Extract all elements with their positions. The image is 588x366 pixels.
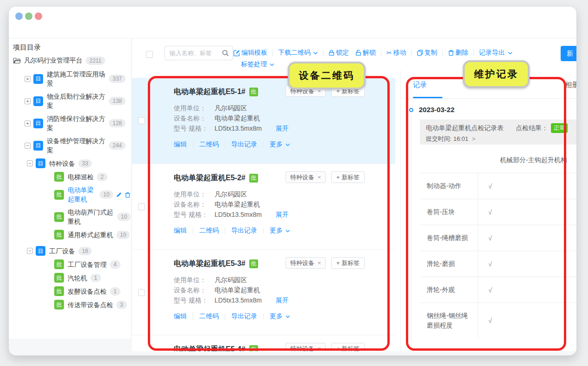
sidebar-item[interactable]: −目特种设备33 (13, 158, 131, 168)
item-count-badge: 10 (117, 213, 131, 221)
expand-link[interactable]: 展开 (276, 297, 289, 304)
tree-expand-toggle[interactable]: + (25, 76, 31, 82)
card-fields: 使用单位：凡尔码园区设备名称：电动单梁起重机型号 规格：LD5tx13.5mx8… (174, 103, 395, 133)
tag-chip[interactable]: 特种设备× (285, 343, 326, 351)
sidebar-item[interactable]: 批工厂设备管理4 (13, 259, 131, 269)
sidebar-item[interactable]: 批传送带设备点检3 (13, 300, 131, 309)
item-count-badge: 2211 (86, 57, 105, 65)
export-records-button[interactable]: 记录导出 (479, 49, 512, 57)
name-field-label: 设备名称： (174, 113, 215, 123)
item-count-badge: 244 (109, 141, 126, 150)
close-x-icon[interactable]: × (317, 259, 321, 266)
tab-records[interactable]: 记录 (413, 81, 427, 89)
new-button[interactable]: 新 (561, 46, 577, 61)
card-action-link[interactable]: 导出记录 (231, 227, 257, 235)
tab-album[interactable]: 相册 (565, 81, 577, 89)
equipment-card: 电动单梁起重机E5-1#批特种设备×+ 新标签使用单位：凡尔码园区设备名称：电动… (132, 78, 395, 164)
inspection-item-label: 钢丝绳-钢丝绳磨损程度 (420, 303, 478, 338)
batch-badge-icon: 批 (54, 273, 64, 283)
sidebar-item[interactable]: +目物业后勤行业解决方案138 (13, 92, 131, 110)
select-all-checkbox[interactable] (146, 51, 153, 58)
card-action-link[interactable]: 二维码 (199, 140, 219, 149)
tree-expand-toggle[interactable]: + (25, 120, 31, 126)
tag-handle-button[interactable]: 标签处理 (241, 60, 274, 69)
sidebar-root-node[interactable]: 凡尔码行业管理平台 2211 (13, 57, 131, 65)
card-actions: 编辑二维码导出记录更多 (174, 140, 395, 149)
tabs-divider (401, 98, 577, 99)
card-checkbox[interactable] (138, 117, 145, 124)
add-tag-button[interactable]: + 新标签 (331, 343, 365, 351)
window-control-dot-red[interactable] (35, 13, 42, 20)
item-count-badge: 2 (97, 173, 107, 181)
sidebar-item[interactable]: 批通用桥式起重机10 (13, 230, 131, 240)
card-action-link[interactable]: 二维码 (199, 227, 219, 235)
search-input[interactable] (170, 46, 220, 60)
sidebar-item[interactable]: 批汽轮机1 (13, 273, 131, 283)
copy-button[interactable]: 复制 (417, 49, 437, 57)
delete-button[interactable]: 删除 (448, 49, 468, 57)
card-checkbox[interactable] (138, 203, 145, 210)
close-x-icon[interactable]: × (317, 174, 321, 181)
sidebar-item[interactable]: −目设备维护管理解决方案244 (13, 136, 131, 155)
sidebar-item[interactable]: 批电梯巡检2 (13, 172, 131, 182)
edit-item-icon[interactable] (116, 192, 122, 198)
content-area: 电动单梁起重机E5-1#批特种设备×+ 新标签使用单位：凡尔码园区设备名称：电动… (132, 70, 577, 351)
open-record-arrow[interactable]: > (472, 135, 475, 142)
card-action-link[interactable]: 导出记录 (231, 140, 257, 149)
timeline-line (411, 116, 411, 351)
window-control-dot-blue[interactable] (15, 13, 23, 20)
card-action-link[interactable]: 更多 (270, 312, 290, 321)
model-field: 型号 规格：LD5tx13.5mx8m展开 (174, 123, 395, 133)
sidebar-item[interactable]: 批发酵设备点检1 (13, 286, 131, 296)
window-titlebar (9, 6, 576, 38)
expand-link[interactable]: 展开 (276, 125, 289, 132)
card-action-link[interactable]: 更多 (270, 140, 290, 149)
card-action-link[interactable]: 编辑 (174, 227, 187, 235)
card-action-link[interactable]: 编辑 (174, 140, 187, 149)
submit-time: 提交时间: 16:01 (426, 135, 468, 142)
expand-link[interactable]: 展开 (276, 211, 289, 218)
tree-expand-toggle[interactable]: − (25, 143, 31, 149)
card-action-link[interactable]: 更多 (270, 227, 290, 235)
tree-expand-toggle[interactable]: − (27, 160, 33, 166)
name-field-value: 电动单梁起重机 (215, 286, 260, 294)
chevron-down-icon (313, 51, 318, 55)
sidebar-item-label: 工厂设备 (49, 246, 75, 256)
tree-expand-toggle[interactable]: − (27, 248, 33, 254)
inspection-item-label: 卷筒-绳槽磨损 (420, 225, 478, 251)
card-tags: 特种设备×+ 新标签 (285, 257, 365, 269)
tree-expand-toggle[interactable]: + (25, 98, 31, 104)
add-tag-button[interactable]: + 新标签 (331, 171, 365, 183)
card-action-link[interactable]: 导出记录 (231, 312, 257, 321)
lock-button[interactable]: 锁定 (329, 49, 349, 57)
root-node-label: 凡尔码行业管理平台 (24, 57, 82, 65)
sidebar-item[interactable]: −目工厂设备16 (13, 246, 131, 256)
tag-chip[interactable]: 特种设备× (285, 171, 326, 183)
unlock-button[interactable]: 解锁 (355, 49, 376, 57)
tag-chip[interactable]: 特种设备× (285, 257, 326, 269)
item-count-badge: 10 (100, 190, 113, 199)
sidebar-item[interactable]: 批电动葫芦门式起重机10 (13, 208, 131, 226)
unit-field-label: 使用单位： (174, 103, 215, 113)
sidebar-item[interactable]: +目建筑施工管理应用场景337 (13, 69, 131, 88)
inspection-record-summary[interactable]: 电动单梁起重机点检记录表 点检结果： 正常 提交时间: 16:01 > (420, 120, 577, 145)
card-action-label: 更多 (270, 312, 283, 321)
unit-field-label: 使用单位： (174, 275, 215, 285)
add-tag-button[interactable]: + 新标签 (331, 257, 365, 269)
equipment-card: 电动单梁起重机E5-2#批特种设备×+ 新标签使用单位：凡尔码园区设备名称：电动… (132, 164, 395, 249)
edit-template-button[interactable]: 编辑模板 (233, 49, 267, 57)
move-button[interactable]: ✂ 移动 (386, 49, 406, 57)
card-action-label: 导出记录 (231, 312, 257, 321)
toolbar-separator (474, 50, 474, 56)
window-control-dot-green[interactable] (25, 13, 32, 20)
card-checkbox[interactable] (138, 289, 145, 296)
card-action-link[interactable]: 二维码 (199, 312, 219, 321)
card-action-link[interactable]: 编辑 (174, 312, 187, 321)
download-qr-button[interactable]: 下载二维码 (278, 49, 318, 57)
sidebar-item[interactable]: 批电动单梁起重机10 (13, 185, 131, 204)
sidebar-item[interactable]: +目消防维保行业解决方案128 (13, 114, 131, 133)
item-count-badge: 3 (116, 301, 127, 309)
close-x-icon[interactable]: × (317, 345, 321, 351)
chevron-down-icon (285, 143, 290, 146)
delete-item-icon[interactable] (125, 192, 131, 198)
